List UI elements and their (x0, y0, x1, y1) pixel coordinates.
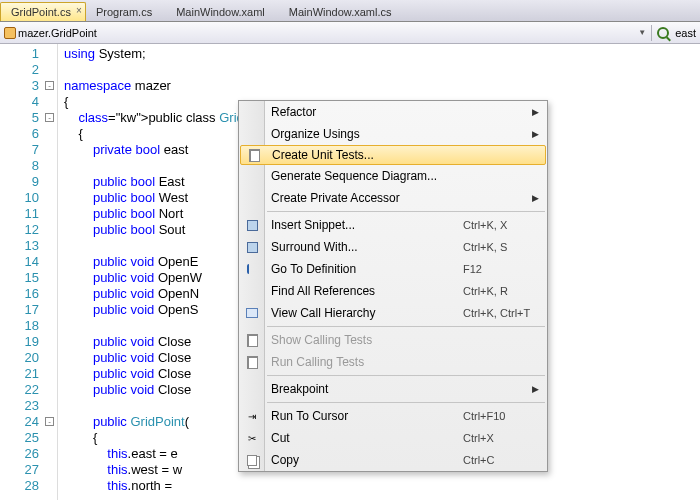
line-number: 28 (0, 478, 57, 494)
member-dropdown[interactable]: east (657, 27, 696, 39)
menu-label: Cut (271, 431, 463, 445)
line-number: 24- (0, 414, 57, 430)
doc-icon (246, 147, 262, 163)
context-menu: Refactor▶Organize Usings▶Create Unit Tes… (238, 100, 548, 472)
line-number: 11 (0, 206, 57, 222)
menu-item-surround-with[interactable]: Surround With...Ctrl+K, S (239, 236, 547, 258)
code-line[interactable] (64, 62, 700, 78)
cut-icon: ✂ (244, 430, 260, 446)
line-number: 20 (0, 350, 57, 366)
code-line[interactable]: using System; (64, 46, 700, 62)
tab-mainwindow-xaml[interactable]: MainWindow.xaml (166, 3, 279, 21)
menu-item-breakpoint[interactable]: Breakpoint▶ (239, 378, 547, 400)
menu-label: Create Unit Tests... (272, 148, 545, 162)
menu-item-organize-usings[interactable]: Organize Usings▶ (239, 123, 547, 145)
sq-icon (244, 217, 260, 233)
menu-shortcut: Ctrl+K, Ctrl+T (463, 307, 547, 319)
line-number: 6 (0, 126, 57, 142)
menu-label: Organize Usings (271, 127, 547, 141)
line-number: 21 (0, 366, 57, 382)
call-icon (244, 305, 260, 321)
tab-mainwindow-xaml-cs[interactable]: MainWindow.xaml.cs (279, 3, 406, 21)
field-icon (657, 27, 669, 39)
menu-shortcut: Ctrl+F10 (463, 410, 547, 422)
navigation-bar: mazer.GridPoint ▼ east (0, 22, 700, 44)
menu-label: Find All References (271, 284, 463, 298)
menu-item-run-to-cursor[interactable]: ⇥Run To CursorCtrl+F10 (239, 405, 547, 427)
submenu-arrow-icon: ▶ (532, 193, 539, 203)
menu-item-find-all-references[interactable]: Find All ReferencesCtrl+K, R (239, 280, 547, 302)
line-number: 23 (0, 398, 57, 414)
separator (651, 25, 652, 41)
line-number: 3- (0, 78, 57, 94)
menu-label: Show Calling Tests (271, 333, 547, 347)
tab-gridpoint-cs[interactable]: GridPoint.cs (0, 2, 86, 21)
line-number: 27 (0, 462, 57, 478)
cur-icon: ⇥ (244, 408, 260, 424)
line-number: 9 (0, 174, 57, 190)
line-number: 22 (0, 382, 57, 398)
scope-text: mazer.GridPoint (18, 27, 97, 39)
menu-item-insert-snippet[interactable]: Insert Snippet...Ctrl+K, X (239, 214, 547, 236)
line-number-gutter: 123-45-678910111213141516171819202122232… (0, 44, 58, 500)
submenu-arrow-icon: ▶ (532, 129, 539, 139)
line-number: 12 (0, 222, 57, 238)
doc-icon (244, 332, 260, 348)
line-number: 25 (0, 430, 57, 446)
tab-program-cs[interactable]: Program.cs (86, 3, 166, 21)
line-number: 4 (0, 94, 57, 110)
code-line[interactable]: this.north = (64, 478, 700, 494)
menu-label: Breakpoint (271, 382, 547, 396)
menu-item-run-calling-tests: Run Calling Tests (239, 351, 547, 373)
menu-item-go-to-definition[interactable]: Go To DefinitionF12 (239, 258, 547, 280)
menu-item-generate-sequence-diagram[interactable]: Generate Sequence Diagram... (239, 165, 547, 187)
line-number: 14 (0, 254, 57, 270)
menu-label: Refactor (271, 105, 547, 119)
line-number: 16 (0, 286, 57, 302)
member-text: east (675, 27, 696, 39)
fold-toggle-icon[interactable]: - (45, 417, 54, 426)
menu-item-show-calling-tests: Show Calling Tests (239, 329, 547, 351)
fold-toggle-icon[interactable]: - (45, 113, 54, 122)
submenu-arrow-icon: ▶ (532, 107, 539, 117)
menu-label: Go To Definition (271, 262, 463, 276)
line-number: 8 (0, 158, 57, 174)
line-number: 18 (0, 318, 57, 334)
line-number: 10 (0, 190, 57, 206)
menu-separator (267, 211, 545, 212)
scope-dropdown[interactable]: mazer.GridPoint (4, 27, 97, 39)
menu-item-cut[interactable]: ✂CutCtrl+X (239, 427, 547, 449)
menu-label: Run Calling Tests (271, 355, 547, 369)
menu-item-refactor[interactable]: Refactor▶ (239, 101, 547, 123)
menu-shortcut: Ctrl+X (463, 432, 547, 444)
menu-shortcut: Ctrl+K, X (463, 219, 547, 231)
line-number: 17 (0, 302, 57, 318)
sq-icon (244, 239, 260, 255)
line-number: 5- (0, 110, 57, 126)
menu-shortcut: Ctrl+K, S (463, 241, 547, 253)
menu-item-create-unit-tests[interactable]: Create Unit Tests... (240, 145, 546, 165)
menu-label: Create Private Accessor (271, 191, 547, 205)
fold-toggle-icon[interactable]: - (45, 81, 54, 90)
document-tabs: GridPoint.csProgram.csMainWindow.xamlMai… (0, 0, 700, 22)
chevron-down-icon[interactable]: ▼ (638, 28, 646, 37)
menu-separator (267, 326, 545, 327)
menu-separator (267, 375, 545, 376)
menu-label: Copy (271, 453, 463, 467)
line-number: 2 (0, 62, 57, 78)
menu-shortcut: Ctrl+K, R (463, 285, 547, 297)
menu-item-view-call-hierarchy[interactable]: View Call HierarchyCtrl+K, Ctrl+T (239, 302, 547, 324)
menu-item-copy[interactable]: CopyCtrl+C (239, 449, 547, 471)
menu-shortcut: Ctrl+C (463, 454, 547, 466)
menu-separator (267, 402, 545, 403)
menu-label: View Call Hierarchy (271, 306, 463, 320)
menu-label: Insert Snippet... (271, 218, 463, 232)
code-line[interactable]: namespace mazer (64, 78, 700, 94)
line-number: 1 (0, 46, 57, 62)
line-number: 13 (0, 238, 57, 254)
menu-label: Run To Cursor (271, 409, 463, 423)
menu-label: Generate Sequence Diagram... (271, 169, 547, 183)
menu-item-create-private-accessor[interactable]: Create Private Accessor▶ (239, 187, 547, 209)
line-number: 15 (0, 270, 57, 286)
menu-label: Surround With... (271, 240, 463, 254)
